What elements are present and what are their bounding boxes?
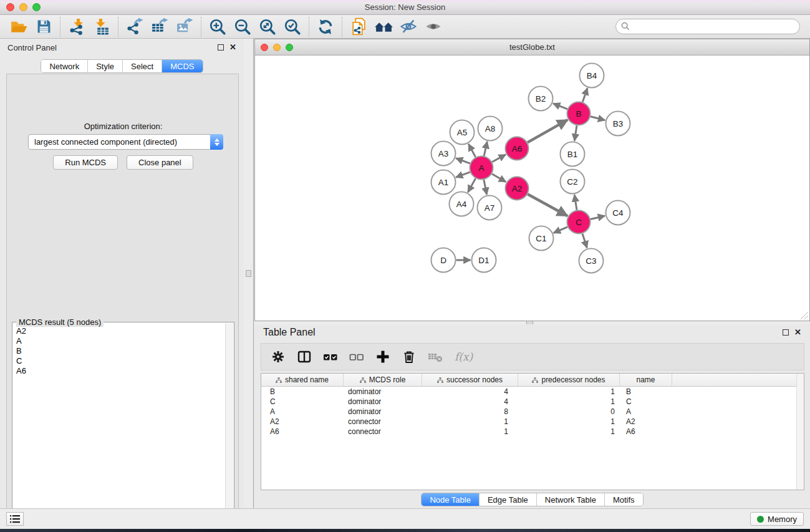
tab-network[interactable]: Network	[41, 60, 88, 72]
float-table-panel-icon[interactable]	[783, 329, 789, 336]
column-header-predecessor-nodes[interactable]: predecessor nodes	[518, 374, 620, 386]
optimization-criterion-value: largest connected component (directed)	[29, 137, 210, 147]
close-table-panel-icon[interactable]: ✕	[794, 329, 801, 336]
graph-edge-C-C2[interactable]	[574, 195, 577, 210]
open-session-icon[interactable]	[6, 16, 31, 37]
zoom-in-icon[interactable]	[205, 16, 230, 37]
select-all-columns-icon[interactable]	[321, 347, 340, 366]
control-panel-title: Control Panel	[7, 43, 57, 52]
export-network-icon[interactable]	[122, 16, 147, 37]
network-graph[interactable]: B4B2BB3A8A5A6A3B1AC2A1A2A4A7C4CC1C3DD1	[255, 56, 809, 321]
graph-edge-A-A6[interactable]	[492, 155, 506, 162]
task-history-button[interactable]	[6, 512, 24, 526]
graph-edge-B-B2[interactable]	[553, 104, 567, 109]
save-session-icon[interactable]	[31, 16, 56, 37]
mcds-result-item[interactable]: C	[16, 356, 234, 366]
tab-node-table[interactable]: Node Table	[422, 493, 480, 506]
unselect-all-columns-icon[interactable]	[347, 347, 366, 366]
mcds-result-groupbox: MCDS result (5 nodes) A2 A B C A6	[12, 322, 234, 532]
column-header-mcds-role[interactable]: MCDS role	[344, 374, 422, 386]
graph-edge-A-A4[interactable]	[468, 178, 475, 192]
graph-edge-A-A5[interactable]	[468, 144, 475, 157]
float-panel-icon[interactable]	[218, 44, 224, 51]
graph-node-label-B: B	[576, 109, 581, 118]
mcds-result-item[interactable]: A2	[16, 326, 234, 336]
tab-mcds[interactable]: MCDS	[162, 60, 202, 72]
zoom-out-icon[interactable]	[230, 16, 255, 37]
delete-row-icon[interactable]	[400, 347, 418, 366]
mcds-result-item[interactable]: A	[16, 336, 234, 346]
graph-node-label-C3: C3	[586, 256, 596, 266]
refresh-icon[interactable]	[313, 16, 338, 37]
memory-button[interactable]: Memory	[750, 512, 804, 526]
optimization-criterion-select[interactable]: largest connected component (directed)	[28, 134, 223, 150]
toolbar-separator	[342, 17, 342, 37]
function-builder-icon[interactable]: f(x)	[452, 351, 473, 363]
table-row[interactable]: Bdominator41B	[261, 387, 804, 397]
settings-icon[interactable]	[269, 347, 287, 366]
graph-edge-A2-C[interactable]	[528, 194, 567, 216]
toolbar-separator	[60, 17, 60, 37]
graph-edge-A-A3[interactable]	[456, 158, 470, 164]
graph-node-label-D1: D1	[478, 256, 489, 265]
vertical-splitter[interactable]	[244, 39, 254, 508]
graph-edge-B-B3[interactable]	[591, 117, 605, 120]
graph-node-label-B4: B4	[587, 71, 597, 80]
toolbar-separator	[309, 17, 309, 37]
splitter-grip[interactable]	[246, 270, 251, 277]
table-row[interactable]: Adominator80A	[261, 407, 804, 417]
graph-edge-C-C1[interactable]	[554, 227, 567, 233]
mcds-result-item[interactable]: B	[16, 346, 234, 356]
close-panel-button[interactable]: Close panel	[127, 155, 193, 170]
graph-edge-B-B1[interactable]	[574, 125, 577, 141]
show-columns-icon[interactable]	[295, 347, 314, 366]
network-title: testGlobe.txt	[255, 42, 809, 52]
combo-spinner-icon[interactable]	[210, 134, 223, 150]
graph-edge-A-A8[interactable]	[484, 142, 487, 156]
table-row[interactable]: A6connector11A6	[261, 427, 804, 437]
tab-network-table[interactable]: Network Table	[537, 493, 605, 506]
column-header-shared-name[interactable]: shared name	[261, 374, 344, 386]
result-scrollbar[interactable]	[225, 323, 233, 531]
tab-style[interactable]: Style	[88, 60, 123, 72]
show-all-icon[interactable]	[421, 16, 446, 37]
network-window-titlebar[interactable]: testGlobe.txt	[255, 39, 809, 56]
zoom-selected-icon[interactable]	[280, 16, 305, 37]
add-row-icon[interactable]	[374, 347, 392, 366]
graph-node-label-A1: A1	[438, 178, 449, 187]
table-row[interactable]: A2connector11A2	[261, 417, 804, 427]
mcds-result-item[interactable]: A6	[16, 366, 234, 376]
zoom-fit-icon[interactable]	[255, 16, 280, 37]
graph-edge-A-A1[interactable]	[456, 172, 470, 178]
close-panel-icon[interactable]: ✕	[229, 44, 236, 51]
import-network-icon[interactable]	[64, 16, 89, 37]
graph-node-label-A4: A4	[456, 200, 467, 209]
graph-node-label-A7: A7	[485, 203, 495, 213]
hide-selected-icon[interactable]	[396, 16, 421, 37]
search-input[interactable]	[615, 19, 800, 34]
column-header-successor-nodes[interactable]: successor nodes	[422, 374, 518, 386]
run-mcds-button[interactable]: Run MCDS	[53, 155, 118, 170]
tab-edge-table[interactable]: Edge Table	[480, 493, 537, 506]
mcds-result-title: MCDS result (5 nodes)	[16, 317, 104, 327]
export-image-icon[interactable]	[172, 16, 197, 37]
graph-node-label-A: A	[478, 163, 484, 173]
tab-motifs[interactable]: Motifs	[605, 493, 643, 506]
graph-edge-A-A7[interactable]	[484, 180, 487, 195]
table-scrollbar[interactable]	[796, 374, 804, 490]
delete-table-icon[interactable]	[426, 347, 445, 366]
graph-node-label-C2: C2	[567, 177, 577, 186]
tab-select[interactable]: Select	[123, 60, 162, 72]
graph-edge-B-B4[interactable]	[582, 88, 587, 102]
first-neighbors-icon[interactable]	[371, 16, 396, 37]
column-header-name[interactable]: name	[620, 374, 672, 386]
graph-edge-C-C3[interactable]	[582, 234, 587, 248]
network-from-file-icon[interactable]	[346, 16, 371, 37]
graph-edge-A-A2[interactable]	[492, 174, 506, 182]
table-row[interactable]: Cdominator41C	[261, 397, 804, 407]
export-table-icon[interactable]	[147, 16, 172, 37]
network-canvas[interactable]: B4B2BB3A8A5A6A3B1AC2A1A2A4A7C4CC1C3DD1	[255, 56, 809, 321]
graph-edge-A6-B[interactable]	[528, 120, 567, 142]
graph-edge-C-C4[interactable]	[591, 216, 605, 220]
import-table-icon[interactable]	[89, 16, 114, 37]
